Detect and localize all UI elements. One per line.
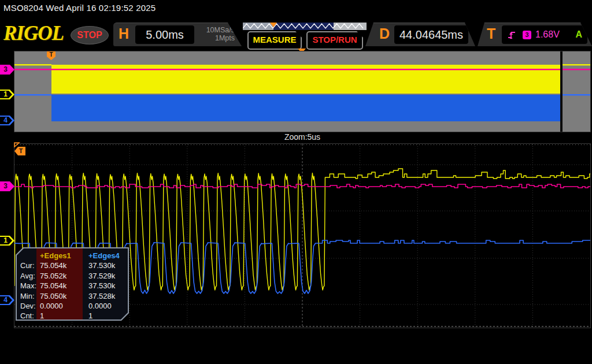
model-and-datetime: MSO8204 Wed April 16 02:19:52 2025 [3, 3, 156, 13]
timebase-value: 5.00ms [135, 25, 194, 44]
trigger-source-badge: 3 [523, 31, 531, 39]
zoom-ch1-marker[interactable]: 1 [0, 236, 14, 246]
measurement-results-panel: +Edges1 +Edges4 Cur:75.054k37.530kAvg:75… [16, 247, 129, 321]
measurement-col2-title: +Edges4 [88, 251, 120, 261]
measure-menu-button[interactable]: MEASURE [247, 31, 302, 50]
trigger-info-box: 3 1.68V A [502, 25, 587, 44]
trigger-level-value: 1.68V [535, 29, 560, 40]
measurement-row: Cur:75.054k37.530k [20, 261, 127, 270]
horizontal-timebase-button[interactable]: H 5.00ms 10MSa/s 1Mpts [113, 23, 242, 46]
overview-waveforms [14, 51, 590, 132]
trigger-sweep-mode: A [575, 29, 582, 40]
trigger-settings-button[interactable]: T 3 1.68V A [478, 23, 592, 46]
t-label: T [487, 25, 495, 42]
memory-depth: 1Mpts [195, 34, 235, 42]
measurement-row: Avg:75.052k37.529k [20, 271, 127, 281]
d-label: D [379, 25, 390, 42]
sample-rate: 10MSa/s [195, 26, 235, 34]
oscilloscope-screen: { "titlebar": {"text": "MSO8204 Wed Apri… [0, 0, 592, 364]
rigol-logo: RIGOL [3, 22, 64, 45]
title-bar: MSO8204 Wed April 16 02:19:52 2025 [0, 0, 592, 17]
zoom-scale-label: Zoom:5us [14, 132, 591, 142]
waveform-overview-strip[interactable] [14, 51, 591, 132]
overview-ch1-marker[interactable]: 1 [0, 90, 14, 99]
zoom-ch3-marker[interactable]: 3 [0, 181, 14, 191]
acquisition-state-badge[interactable]: STOP [71, 26, 109, 44]
measurement-row: Min:75.050k37.528k [20, 291, 127, 301]
measurement-row: Dev:0.00000.0000 [20, 301, 127, 311]
measurement-header-row: +Edges1 +Edges4 [20, 251, 127, 261]
delay-value: 44.04645ms [394, 25, 468, 44]
zoom-ch4-marker[interactable]: 4 [0, 295, 14, 305]
status-bar: 1 1.00V -280mV 2 500mV 0.00V 3 2.00V +4.… [0, 330, 592, 364]
sample-rate-memdepth: 10MSa/s 1Mpts [195, 26, 235, 42]
stop-run-menu-button[interactable]: STOP/RUN [306, 31, 363, 50]
overview-ch4-marker[interactable]: 4 [0, 116, 14, 125]
delay-position-button[interactable]: D 44.04645ms [365, 23, 475, 46]
measurement-row: Cnt:11 [20, 311, 127, 321]
overview-ch3-marker[interactable]: 3 [0, 65, 14, 75]
h-label: H [119, 25, 129, 42]
record-position-indicator[interactable] [243, 22, 367, 31]
measurement-row: Max:75.054k37.530k [20, 281, 127, 291]
rising-edge-trigger-icon [507, 30, 517, 40]
measurement-col1-title: +Edges1 [39, 251, 88, 261]
